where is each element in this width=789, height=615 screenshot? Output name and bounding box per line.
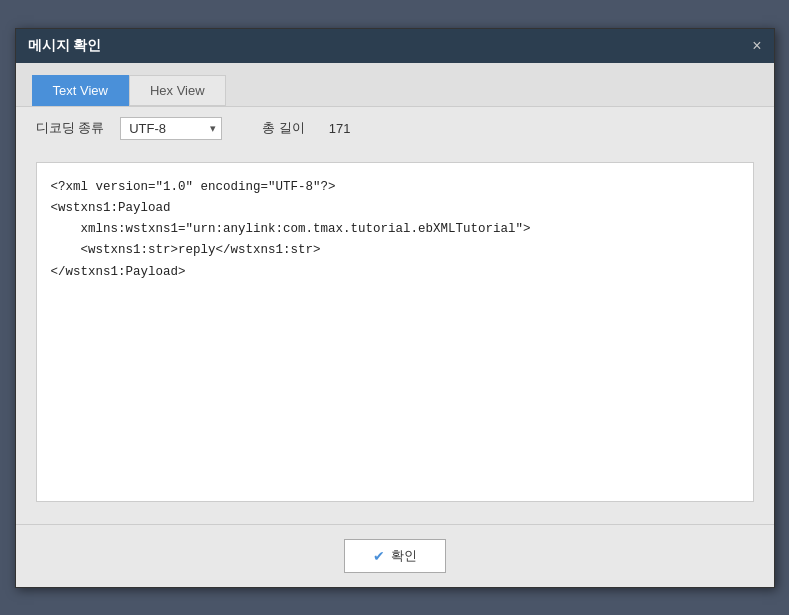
total-label: 총 길이 — [262, 119, 305, 137]
tab-text-view[interactable]: Text View — [32, 75, 129, 106]
xml-content: <?xml version="1.0" encoding="UTF-8"?> <… — [36, 162, 754, 502]
confirm-button[interactable]: ✔ 확인 — [344, 539, 446, 573]
encoding-label: 디코딩 종류 — [36, 119, 105, 137]
total-value: 171 — [329, 121, 351, 136]
tab-bar: Text View Hex View — [16, 63, 774, 107]
close-button[interactable]: × — [752, 38, 761, 54]
dialog-titlebar: 메시지 확인 × — [16, 29, 774, 63]
encoding-select-wrapper: UTF-8 EUC-KR ISO-8859-1 — [120, 117, 222, 140]
check-icon: ✔ — [373, 548, 385, 564]
confirm-label: 확인 — [391, 547, 417, 565]
options-bar: 디코딩 종류 UTF-8 EUC-KR ISO-8859-1 총 길이 171 — [16, 107, 774, 150]
dialog-footer: ✔ 확인 — [16, 524, 774, 587]
tab-hex-view[interactable]: Hex View — [129, 75, 226, 106]
dialog: 메시지 확인 × Text View Hex View 디코딩 종류 UTF-8… — [15, 28, 775, 588]
dialog-title: 메시지 확인 — [28, 37, 102, 55]
content-area: <?xml version="1.0" encoding="UTF-8"?> <… — [16, 150, 774, 524]
encoding-select[interactable]: UTF-8 EUC-KR ISO-8859-1 — [120, 117, 222, 140]
dialog-body: Text View Hex View 디코딩 종류 UTF-8 EUC-KR I… — [16, 63, 774, 524]
